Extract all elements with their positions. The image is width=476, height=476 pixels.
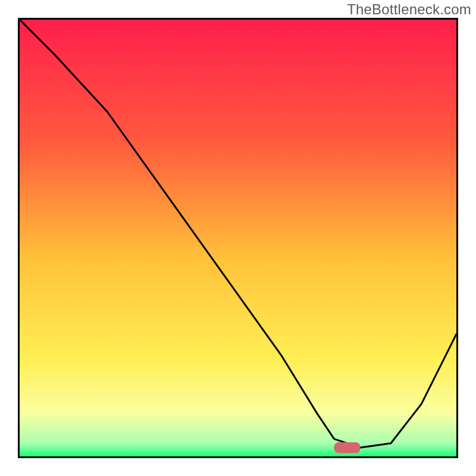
chart-container: TheBottleneck.com bbox=[0, 0, 476, 476]
optimal-marker bbox=[334, 442, 360, 453]
watermark-text: TheBottleneck.com bbox=[347, 1, 471, 18]
chart-svg bbox=[20, 20, 456, 456]
plot-area bbox=[18, 18, 458, 458]
bottleneck-curve bbox=[20, 20, 456, 447]
